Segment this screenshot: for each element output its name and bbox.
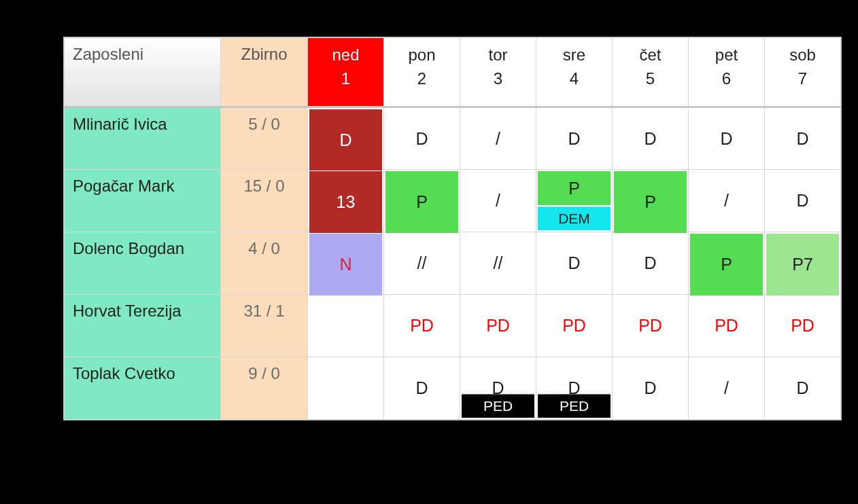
cell-main: PD bbox=[536, 295, 612, 357]
cell-main: P bbox=[690, 234, 763, 295]
cell-main: N bbox=[309, 234, 382, 295]
schedule-cell[interactable]: D bbox=[613, 357, 689, 420]
table-row: Horvat Terezija31 / 1PDPDPDPDPDPD bbox=[65, 295, 841, 357]
day-name: sre bbox=[563, 46, 585, 64]
summary-value[interactable]: 15 / 0 bbox=[221, 170, 308, 232]
schedule-cell[interactable]: N bbox=[308, 232, 384, 295]
schedule-cell[interactable]: / bbox=[460, 107, 536, 170]
day-number: 5 bbox=[613, 67, 688, 91]
schedule-cell[interactable]: D bbox=[536, 107, 613, 170]
schedule-cell[interactable]: PD bbox=[613, 295, 689, 357]
schedule-cell[interactable]: P bbox=[689, 232, 765, 295]
cell-main: P bbox=[538, 171, 611, 205]
table-row: Toplak Cvetko9 / 0DDPEDDPEDD/D bbox=[65, 357, 841, 420]
schedule-cell[interactable]: D bbox=[308, 107, 384, 170]
day-name: pet bbox=[715, 46, 738, 64]
summary-value[interactable]: 9 / 0 bbox=[221, 357, 308, 420]
employee-name[interactable]: Toplak Cvetko bbox=[65, 357, 221, 420]
schedule-cell[interactable]: D bbox=[765, 357, 841, 420]
cell-main: D bbox=[765, 357, 840, 419]
table-row: Dolenc Bogdan4 / 0N////DDPP7 bbox=[65, 232, 841, 295]
schedule-cell[interactable]: D bbox=[765, 107, 841, 170]
day-number: 1 bbox=[308, 67, 383, 91]
cell-sub: PED bbox=[462, 394, 534, 418]
header-day-sob[interactable]: sob7 bbox=[765, 38, 841, 107]
summary-value[interactable]: 5 / 0 bbox=[221, 107, 308, 170]
header-day-sre[interactable]: sre4 bbox=[536, 38, 613, 107]
day-number: 2 bbox=[384, 67, 460, 91]
cell-main: D bbox=[384, 108, 460, 169]
cell-main: D bbox=[765, 170, 840, 232]
schedule-cell[interactable]: / bbox=[689, 357, 765, 420]
day-number: 4 bbox=[536, 67, 612, 91]
schedule-cell[interactable]: PD bbox=[460, 295, 536, 357]
schedule-body: Mlinarič Ivica5 / 0DD/DDDDPogačar Mark15… bbox=[65, 107, 841, 420]
cell-main: / bbox=[460, 170, 536, 232]
schedule-cell[interactable] bbox=[308, 357, 384, 420]
header-day-ned[interactable]: ned1 bbox=[308, 38, 384, 107]
schedule-cell[interactable]: // bbox=[460, 232, 536, 295]
cell-main: D bbox=[536, 108, 612, 169]
schedule-grid: Zaposleni Zbirno ned1pon2tor3sre4čet5pet… bbox=[64, 37, 841, 420]
schedule-cell[interactable]: // bbox=[384, 232, 460, 295]
employee-name[interactable]: Dolenc Bogdan bbox=[65, 232, 221, 295]
cell-main: P7 bbox=[766, 234, 839, 295]
schedule-cell[interactable]: P bbox=[384, 170, 460, 232]
header-day-čet[interactable]: čet5 bbox=[613, 38, 689, 107]
cell-main: 13 bbox=[309, 171, 382, 233]
cell-main: // bbox=[384, 232, 460, 294]
cell-main: PD bbox=[460, 295, 536, 357]
cell-main: / bbox=[460, 108, 536, 169]
cell-main: / bbox=[689, 170, 764, 232]
cell-main: / bbox=[689, 357, 764, 419]
header-day-tor[interactable]: tor3 bbox=[460, 38, 536, 107]
cell-main: // bbox=[460, 232, 536, 294]
schedule-cell[interactable]: / bbox=[689, 170, 765, 232]
day-name: tor bbox=[488, 46, 507, 64]
schedule-cell[interactable]: PDEM bbox=[536, 170, 613, 232]
day-number: 6 bbox=[689, 67, 764, 91]
schedule-cell[interactable] bbox=[308, 295, 384, 357]
header-row: Zaposleni Zbirno ned1pon2tor3sre4čet5pet… bbox=[65, 38, 841, 107]
employee-name[interactable]: Pogačar Mark bbox=[65, 170, 221, 232]
schedule-cell[interactable]: D bbox=[613, 232, 689, 295]
cell-main: D bbox=[613, 357, 688, 419]
header-summary[interactable]: Zbirno bbox=[221, 38, 308, 107]
schedule-cell[interactable]: PD bbox=[536, 295, 613, 357]
schedule-cell[interactable]: D bbox=[384, 357, 460, 420]
schedule-cell[interactable]: P bbox=[613, 170, 689, 232]
cell-main: PD bbox=[613, 295, 688, 357]
employee-name[interactable]: Horvat Terezija bbox=[65, 295, 221, 357]
day-name: sob bbox=[789, 46, 816, 64]
schedule-cell[interactable]: DPED bbox=[460, 357, 536, 420]
day-name: pon bbox=[408, 46, 435, 64]
cell-main: P bbox=[614, 171, 687, 233]
cell-main bbox=[308, 295, 383, 357]
header-day-pet[interactable]: pet6 bbox=[689, 38, 765, 107]
schedule-cell[interactable]: D bbox=[613, 107, 689, 170]
employee-name[interactable]: Mlinarič Ivica bbox=[65, 107, 221, 170]
cell-main: PD bbox=[384, 295, 460, 357]
schedule-cell[interactable]: 13 bbox=[308, 170, 384, 232]
schedule-cell[interactable]: PD bbox=[765, 295, 841, 357]
schedule-cell[interactable]: D bbox=[384, 107, 460, 170]
schedule-cell[interactable]: PD bbox=[384, 295, 460, 357]
summary-value[interactable]: 4 / 0 bbox=[221, 232, 308, 295]
schedule-cell[interactable]: D bbox=[536, 232, 613, 295]
header-employees[interactable]: Zaposleni bbox=[65, 38, 221, 107]
schedule-cell[interactable]: D bbox=[765, 170, 841, 232]
cell-main: D bbox=[309, 109, 382, 170]
day-name: čet bbox=[639, 46, 661, 64]
header-day-pon[interactable]: pon2 bbox=[384, 38, 460, 107]
summary-value[interactable]: 31 / 1 bbox=[221, 295, 308, 357]
schedule-cell[interactable]: P7 bbox=[765, 232, 841, 295]
schedule-cell[interactable]: / bbox=[460, 170, 536, 232]
schedule-cell[interactable]: D bbox=[689, 107, 765, 170]
day-name: ned bbox=[332, 46, 359, 64]
cell-main: D bbox=[613, 232, 688, 294]
cell-sub: DEM bbox=[538, 206, 611, 230]
table-row: Mlinarič Ivica5 / 0DD/DDDD bbox=[65, 107, 841, 170]
schedule-cell[interactable]: PD bbox=[689, 295, 765, 357]
cell-main: D bbox=[765, 108, 840, 169]
schedule-cell[interactable]: DPED bbox=[536, 357, 613, 420]
